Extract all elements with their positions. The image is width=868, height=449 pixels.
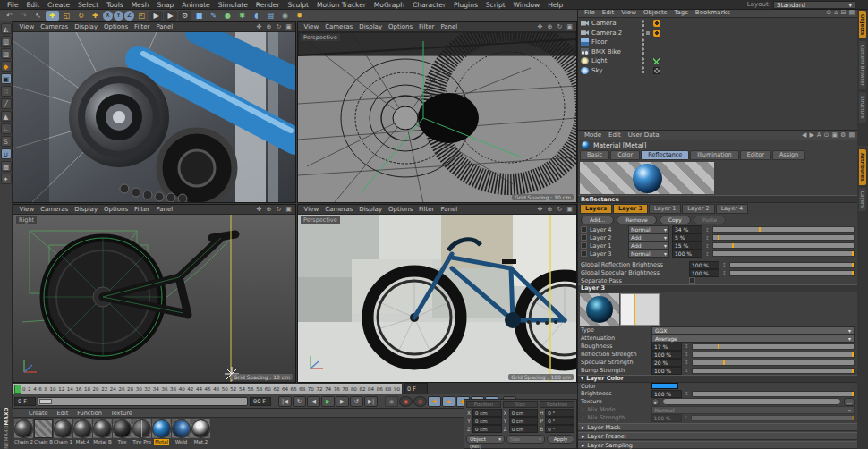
redo-icon[interactable]: ↷ <box>17 11 30 21</box>
home-icon[interactable]: ⌂ <box>834 9 838 16</box>
material-tab[interactable]: Editor <box>740 150 771 160</box>
material-swatch[interactable]: Chain 2 <box>14 419 33 445</box>
reflectance-layer-tab[interactable]: Layer 3 <box>613 204 648 214</box>
model-mode-icon[interactable]: ▧ <box>1 36 12 47</box>
record-position-button[interactable]: ✚ <box>428 396 441 407</box>
spinner-icon[interactable]: ↕ <box>722 262 727 267</box>
copy-icon[interactable]: ▣ <box>831 131 838 139</box>
panel-tab[interactable]: Attributes <box>859 149 866 185</box>
viewport-1-canvas[interactable] <box>13 32 295 203</box>
object-manager-menu-item[interactable]: View <box>617 9 640 16</box>
blend-mode-select[interactable]: Normal▾ <box>628 250 669 258</box>
blend-mode-select[interactable]: Normal▾ <box>628 225 669 233</box>
apply-button[interactable]: Apply <box>547 435 574 444</box>
workplane-icon[interactable]: ▦ <box>1 161 12 172</box>
keyframe-selection-button[interactable]: ◎ <box>413 396 427 407</box>
rotate-view-icon[interactable]: ↻ <box>275 23 283 30</box>
collapsed-section-header[interactable]: ▸ Layer Sampling <box>578 441 857 449</box>
zoom-view-icon[interactable]: ⊕ <box>265 206 273 213</box>
material-tab[interactable]: Illumination <box>690 150 738 160</box>
panel-tab[interactable]: Content Browser <box>859 41 866 89</box>
value-field[interactable]: 100 % <box>651 367 682 375</box>
layer-strength-field[interactable]: 100 % <box>672 250 702 258</box>
layer3-curve-preview[interactable] <box>620 293 660 326</box>
gear-icon[interactable]: ⚙ <box>840 131 846 139</box>
maximize-view-icon[interactable]: ▣ <box>285 206 293 213</box>
search-icon[interactable]: ⊙ <box>826 9 831 16</box>
viewport-menu-item[interactable]: Filter <box>132 206 153 213</box>
reflectance-layer-tab[interactable]: Layer 1 <box>649 204 681 214</box>
viewport-top-left[interactable]: ViewCamerasDisplayOptionsFilterPanel ✥⊕↻… <box>13 21 296 203</box>
separate-pass-checkbox[interactable] <box>689 277 695 284</box>
layer-action-button[interactable]: Copy <box>660 216 691 224</box>
autokey-button[interactable]: ◉ <box>399 396 413 407</box>
viewport-menu-item[interactable]: Options <box>101 23 132 30</box>
panel-tab[interactable]: Layers <box>859 188 866 211</box>
layer-strength-slider[interactable] <box>712 250 855 257</box>
text-mode-icon[interactable]: A <box>817 131 821 139</box>
layer-name[interactable]: Layer 4 <box>590 226 625 233</box>
value-field[interactable]: 100 % <box>651 351 682 359</box>
z-axis-lock-icon[interactable]: Z <box>124 11 134 21</box>
layer-name[interactable]: Layer 1 <box>590 242 625 250</box>
live-selection-icon[interactable]: ↖ <box>31 11 45 21</box>
object-manager-menu-item[interactable]: File <box>581 9 599 16</box>
visibility-toggles[interactable] <box>641 47 645 55</box>
polygons-mode-icon[interactable]: ▲ <box>1 111 12 122</box>
material-menu-item[interactable]: Create <box>25 409 52 417</box>
scale-icon[interactable]: ◱ <box>60 11 73 21</box>
spinner-icon[interactable]: ↕ <box>685 368 689 373</box>
menu-item[interactable]: Render <box>252 1 284 9</box>
material-swatch[interactable]: Tire <box>113 419 132 445</box>
viewport-menu-item[interactable]: Filter <box>132 23 153 30</box>
texture-arrow-button[interactable]: ▸ <box>651 398 660 406</box>
rotation-field[interactable]: 0 ° <box>545 425 574 433</box>
layer-strength-slider[interactable] <box>712 226 855 233</box>
material-swatch[interactable]: Metal B <box>93 419 112 445</box>
layer-strength-field[interactable]: 15 % <box>672 241 702 250</box>
material-menu-item[interactable]: Edit <box>54 409 72 417</box>
viewport-menu-item[interactable]: Cameras <box>38 206 72 213</box>
layer3-header[interactable]: Layer 3 <box>578 284 857 292</box>
material-swatch[interactable]: Mat.2 <box>191 419 210 445</box>
viewport-menu-item[interactable]: View <box>301 206 322 213</box>
global-brightness-slider[interactable] <box>729 270 855 276</box>
blend-mode-select[interactable]: Add▾ <box>628 233 669 241</box>
menu-item[interactable]: File <box>4 1 22 9</box>
zoom-view-icon[interactable]: ⊕ <box>546 23 554 30</box>
menu-item[interactable]: MoGraph <box>370 1 408 9</box>
layer-action-button[interactable]: Paste <box>694 216 726 224</box>
material-swatch[interactable]: Metal <box>152 419 171 445</box>
viewport-top-right[interactable]: ViewCamerasDisplayOptionsFilterPanel ✥⊕↻… <box>297 21 577 203</box>
add-spline-icon[interactable]: ✎ <box>207 11 220 21</box>
viewport-menu-item[interactable]: Cameras <box>322 23 356 30</box>
menu-item[interactable]: Tools <box>103 1 126 9</box>
layer-strength-field[interactable]: 5 % <box>672 233 702 241</box>
position-field[interactable]: 0 cm <box>472 425 502 433</box>
value-slider[interactable] <box>692 352 855 358</box>
loop-button[interactable]: ↺ <box>350 396 363 407</box>
collapsed-section-header[interactable]: ▸ Layer Mask <box>578 423 857 431</box>
pan-view-icon[interactable]: ✥ <box>255 206 263 213</box>
viewport-2-canvas[interactable] <box>298 32 576 203</box>
timeline-playhead[interactable] <box>14 385 21 394</box>
record-button[interactable]: ◉ <box>385 396 398 407</box>
menu-item[interactable]: Help <box>544 1 566 9</box>
size-field[interactable]: 0 cm <box>509 417 539 425</box>
material-tab[interactable]: Color <box>610 150 640 160</box>
viewport-menu-item[interactable]: View <box>301 23 322 30</box>
add-deformer-icon[interactable]: ◖ <box>250 11 263 21</box>
menu-item[interactable]: Select <box>74 1 102 9</box>
texture-mode-icon[interactable]: ▨ <box>1 48 12 59</box>
last-tool-icon[interactable]: ✚ <box>89 11 102 21</box>
menu-item[interactable]: Mesh <box>128 1 153 9</box>
y-axis-lock-icon[interactable]: Y <box>114 11 123 21</box>
timeline-ruler[interactable]: 0246810121416182022242628303234363840424… <box>13 383 403 394</box>
viewport-4-canvas[interactable] <box>298 215 576 383</box>
texture-browse-button[interactable]: ... <box>844 398 855 406</box>
viewport-menu-item[interactable]: Display <box>356 206 386 213</box>
visibility-toggles[interactable] <box>641 57 645 65</box>
object-row[interactable]: Floor <box>578 38 857 47</box>
attenuation-select[interactable]: Average▾ <box>651 335 855 343</box>
object-tag[interactable] <box>653 57 660 64</box>
